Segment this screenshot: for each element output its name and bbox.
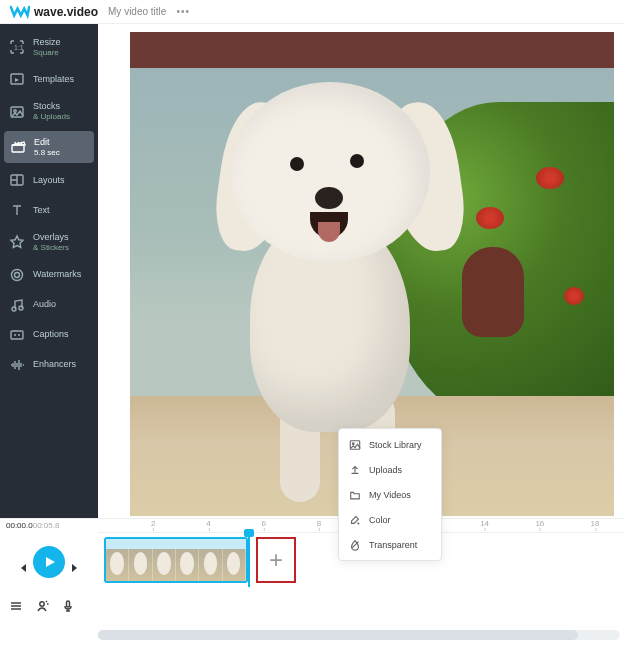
sidebar-item-label: Edit: [34, 137, 60, 148]
add-clip-button[interactable]: +: [256, 537, 296, 583]
video-clip[interactable]: [104, 537, 248, 583]
popup-item-my-videos[interactable]: My Videos: [339, 482, 441, 507]
sidebar-item-label: Overlays: [33, 232, 69, 243]
image-icon: [348, 438, 361, 451]
popup-item-label: Uploads: [369, 465, 402, 475]
sidebar-item-label: Layouts: [33, 175, 65, 186]
popup-item-label: My Videos: [369, 490, 411, 500]
app-header: wave.video My video title •••: [0, 0, 624, 24]
popup-item-label: Color: [369, 515, 391, 525]
sidebar-item-resize[interactable]: 1:1 ResizeSquare: [0, 30, 98, 64]
folder-icon: [348, 488, 361, 501]
step-forward-button[interactable]: [71, 558, 79, 566]
sidebar-item-label: Stocks: [33, 101, 70, 112]
sidebar-item-captions[interactable]: Captions: [0, 320, 98, 350]
star-icon: [9, 234, 25, 250]
add-media-popup: Stock Library Uploads My Videos Color Tr…: [338, 428, 442, 561]
sidebar-item-sub: & Uploads: [33, 112, 70, 122]
horizontal-scrollbar[interactable]: [98, 630, 620, 640]
ruler-tick: 8: [317, 519, 321, 528]
canvas-area: Stock Library Uploads My Videos Color Tr…: [98, 24, 624, 518]
play-button[interactable]: [33, 546, 65, 578]
svg-rect-10: [11, 331, 23, 339]
popup-item-uploads[interactable]: Uploads: [339, 457, 441, 482]
sidebar-item-sub: & Stickers: [33, 243, 69, 253]
time-current: 00:00.0: [6, 521, 33, 530]
brand-name: wave.video: [34, 5, 98, 19]
scrollbar-thumb[interactable]: [98, 630, 578, 640]
ruler-tick: 6: [261, 519, 265, 528]
svg-point-3: [14, 109, 16, 111]
sidebar-item-label: Enhancers: [33, 359, 76, 370]
svg-point-8: [12, 307, 16, 311]
text-icon: [9, 202, 25, 218]
captions-icon: [9, 327, 25, 343]
svg-point-14: [40, 602, 44, 606]
sidebar-item-audio[interactable]: Audio: [0, 290, 98, 320]
timeline-panel: 00:00.000:05.8 2 4 6 8 10 12 14 16: [0, 518, 624, 646]
upload-icon: [348, 463, 361, 476]
voiceover-icon[interactable]: [34, 598, 50, 614]
ruler-tick: 16: [535, 519, 544, 528]
svg-point-7: [15, 272, 20, 277]
svg-point-6: [12, 269, 23, 280]
sidebar-item-label: Text: [33, 205, 50, 216]
step-back-button[interactable]: [19, 558, 27, 566]
time-duration: 00:05.8: [33, 521, 60, 530]
svg-point-13: [357, 522, 359, 524]
sidebar-item-sub: 5.8 sec: [34, 148, 60, 158]
popup-item-label: Stock Library: [369, 440, 422, 450]
ruler-tick: 14: [480, 519, 489, 528]
resize-icon: 1:1: [9, 39, 25, 55]
sidebar: 1:1 ResizeSquare Templates Stocks& Uploa…: [0, 24, 98, 518]
paint-icon: [348, 513, 361, 526]
watermark-icon: [9, 267, 25, 283]
sidebar-item-edit[interactable]: Edit5.8 sec: [4, 131, 94, 163]
more-menu-icon[interactable]: •••: [176, 6, 190, 17]
video-title[interactable]: My video title: [108, 6, 166, 17]
popup-item-stock-library[interactable]: Stock Library: [339, 432, 441, 457]
sidebar-item-sub: Square: [33, 48, 61, 58]
sidebar-item-label: Templates: [33, 74, 74, 85]
waveform-icon: [9, 357, 25, 373]
sidebar-item-label: Captions: [33, 329, 69, 340]
sidebar-item-label: Resize: [33, 37, 61, 48]
sidebar-item-text[interactable]: Text: [0, 195, 98, 225]
timestamp: 00:00.000:05.8: [0, 519, 98, 532]
svg-rect-15: [67, 601, 70, 607]
svg-text:1:1: 1:1: [14, 44, 24, 51]
svg-point-12: [352, 442, 354, 444]
ruler-tick: 2: [151, 519, 155, 528]
sidebar-item-label: Watermarks: [33, 269, 81, 280]
music-icon: [9, 297, 25, 313]
sidebar-item-overlays[interactable]: Overlays& Stickers: [0, 225, 98, 259]
brand-logo[interactable]: wave.video: [10, 5, 98, 19]
popup-item-transparent[interactable]: Transparent: [339, 532, 441, 557]
sidebar-item-label: Audio: [33, 299, 56, 310]
wave-logo-icon: [10, 5, 30, 19]
popup-item-color[interactable]: Color: [339, 507, 441, 532]
sidebar-item-templates[interactable]: Templates: [0, 64, 98, 94]
microphone-icon[interactable]: [60, 598, 76, 614]
svg-point-9: [19, 306, 23, 310]
popup-item-label: Transparent: [369, 540, 417, 550]
playhead[interactable]: [248, 533, 250, 587]
templates-icon: [9, 71, 25, 87]
ruler-tick: 18: [591, 519, 600, 528]
sidebar-item-enhancers[interactable]: Enhancers: [0, 350, 98, 380]
clapper-icon: [10, 139, 26, 155]
sidebar-item-stocks[interactable]: Stocks& Uploads: [0, 94, 98, 128]
ruler-tick: 4: [206, 519, 210, 528]
plus-icon: +: [269, 546, 283, 574]
image-icon: [9, 104, 25, 120]
list-view-icon[interactable]: [8, 598, 24, 614]
transparent-icon: [348, 538, 361, 551]
sidebar-item-layouts[interactable]: Layouts: [0, 165, 98, 195]
svg-rect-4: [12, 145, 24, 152]
layouts-icon: [9, 172, 25, 188]
sidebar-item-watermarks[interactable]: Watermarks: [0, 260, 98, 290]
